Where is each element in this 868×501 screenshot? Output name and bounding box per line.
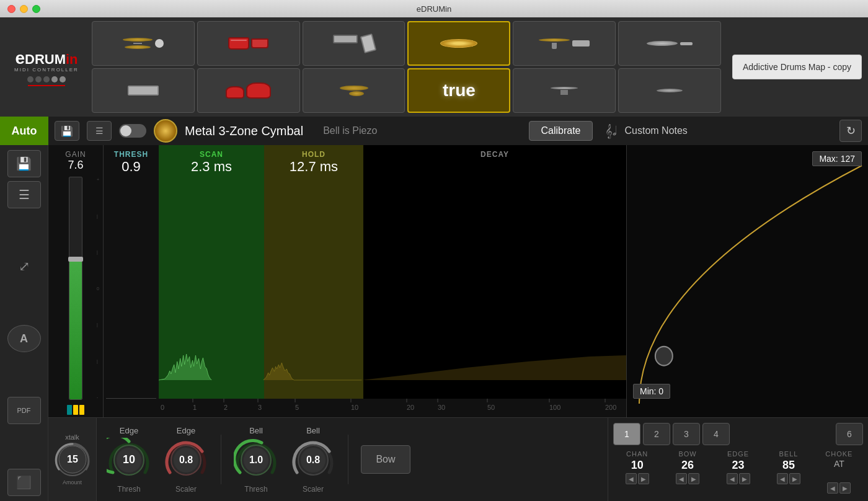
bell-scaler-zone-label: Bell	[306, 426, 320, 435]
gain-slider[interactable]: + | | 0 | | -	[69, 177, 82, 400]
edge-up-btn[interactable]: ▶	[739, 473, 750, 484]
sidebar-list-btn[interactable]: ☰	[7, 181, 41, 208]
close-button[interactable]	[7, 5, 16, 13]
waveform-svg	[159, 324, 626, 380]
scan-label: SCAN	[200, 150, 223, 159]
channel-btn-6[interactable]: 6	[836, 423, 863, 445]
instrument-btn-hihat[interactable]	[92, 21, 195, 66]
instrument-btn-cymbal-gold[interactable]	[407, 21, 510, 66]
custom-notes-label: Custom Notes	[625, 125, 688, 136]
channel-btn-1[interactable]: 1	[613, 423, 640, 445]
edge-thresh-param-label: Thresh	[117, 485, 140, 494]
midi-chan-col: CHAN 10 ◀ ▶	[613, 450, 661, 494]
sidebar-save-btn[interactable]: 💾	[7, 150, 41, 177]
channel-btn-2[interactable]: 2	[643, 423, 670, 445]
choke-down-btn[interactable]: ◀	[827, 482, 838, 494]
hold-label: HOLD	[302, 150, 326, 159]
channel-row: 1 2 3 4 6	[613, 423, 863, 445]
choke-label: CHOKE	[825, 450, 852, 458]
chan-value: 10	[631, 459, 644, 472]
left-sidebar: 💾 ☰ ⤢ A PDF ⬛	[0, 145, 48, 501]
svg-text:50: 50	[487, 404, 495, 411]
move-icon[interactable]: ⤢	[7, 253, 41, 280]
choke-up-btn[interactable]: ▶	[839, 482, 851, 494]
bell-arrows: ◀ ▶	[777, 473, 800, 484]
instrument-btn-tomset[interactable]	[197, 68, 300, 113]
sidebar-a-btn[interactable]: A	[7, 325, 41, 352]
chan-arrows: ◀ ▶	[626, 473, 649, 484]
bow-arrows: ◀ ▶	[676, 473, 699, 484]
instrument-name-label: Metal 3-Zone Cymbal	[185, 124, 303, 138]
edge-scaler-zone-label: Edge	[177, 426, 195, 435]
midi-area: 1 2 3 4 6 CHAN 10 ◀	[608, 418, 868, 501]
gain-column: GAIN 7.6 + | | 0 | | -	[48, 145, 103, 417]
bell-down-btn[interactable]: ◀	[777, 473, 788, 484]
cymbal-icon-small	[154, 119, 177, 143]
bow-up-btn[interactable]: ▶	[688, 473, 699, 484]
controls-row: Edge 10 Thresh	[97, 418, 608, 501]
bow-value: 26	[681, 459, 694, 472]
edge-down-btn[interactable]: ◀	[727, 473, 738, 484]
sidebar-pdf-btn[interactable]: PDF	[7, 397, 41, 424]
edge-thresh-zone-label: Edge	[120, 426, 138, 435]
svg-text:0.8: 0.8	[306, 454, 320, 465]
bell-up-btn[interactable]: ▶	[789, 473, 800, 484]
minimize-button[interactable]	[20, 5, 28, 13]
instrument-grid: true	[92, 21, 721, 113]
svg-text:10: 10	[123, 453, 135, 466]
bell-scaler-knob[interactable]: 0.8	[291, 438, 335, 482]
instrument-btn-ride[interactable]	[513, 21, 616, 66]
refresh-button[interactable]: ↻	[839, 120, 862, 142]
logo-in: in	[66, 51, 78, 68]
timeline-svg: 0 1 2 3 5 10 20 30 50 100 200	[159, 399, 626, 417]
instrument-btn-misc2[interactable]	[618, 68, 721, 113]
titlebar: eDRUMin	[0, 0, 868, 17]
list-button[interactable]: ☰	[87, 121, 112, 141]
window-title: eDRUMin	[417, 4, 451, 14]
svg-text:5: 5	[295, 404, 299, 411]
midi-bell-col: BELL 85 ◀ ▶	[764, 450, 812, 494]
instrument-btn-cymbal2[interactable]	[303, 68, 405, 113]
bow-button[interactable]: Bow	[361, 445, 410, 474]
instrument-btn-ride2[interactable]	[513, 68, 616, 113]
mode-inner: 💾 ☰ Metal 3-Zone Cymbal Bell is Piezo Ca…	[48, 117, 868, 145]
edge-arrows: ◀ ▶	[727, 473, 750, 484]
instrument-btn-snare-red[interactable]	[197, 21, 300, 66]
instrument-btn-snare-plain[interactable]	[303, 21, 405, 66]
edge-thresh-knob[interactable]: 10	[107, 438, 151, 482]
chan-up-btn[interactable]: ▶	[638, 473, 649, 484]
choke-sublabel: AT	[834, 459, 844, 469]
instrument-btn-misc[interactable]	[618, 21, 721, 66]
viz-area: GAIN 7.6 + | | 0 | | -	[48, 145, 868, 501]
preset-button[interactable]: Addictive Drums Map - copy	[732, 55, 862, 79]
bow-down-btn[interactable]: ◀	[676, 473, 687, 484]
instrument-btn-snare3[interactable]	[92, 68, 195, 113]
midi-choke-col: CHOKE AT ◀ ▶	[815, 450, 863, 494]
svg-rect-23	[627, 145, 868, 417]
edge-value: 23	[732, 459, 745, 472]
midi-values-row: CHAN 10 ◀ ▶ BOW 26 ◀	[613, 450, 863, 494]
content-area: 💾 ☰ ⤢ A PDF ⬛ GAIN 7.6	[0, 145, 868, 501]
chan-down-btn[interactable]: ◀	[626, 473, 637, 484]
channel-btn-3[interactable]: 3	[673, 423, 700, 445]
bell-midi-value: 85	[782, 459, 795, 472]
calibrate-button[interactable]: Calibrate	[529, 121, 592, 141]
zone-toggle[interactable]	[119, 124, 146, 138]
sidebar-chip-btn[interactable]: ⬛	[7, 469, 41, 496]
edge-scaler-knob[interactable]: 0.8	[164, 438, 208, 482]
svg-text:3: 3	[258, 404, 262, 411]
xtalk-knob[interactable]: 15	[54, 441, 91, 478]
bell-thresh-knob[interactable]: 1.0	[234, 438, 278, 482]
channel-btn-4[interactable]: 4	[702, 423, 730, 445]
auto-button[interactable]: Auto	[0, 117, 48, 145]
logo-line	[28, 85, 65, 86]
save-button[interactable]: 💾	[55, 121, 79, 141]
svg-point-24	[655, 347, 673, 366]
instrument-btn-bell[interactable]: true	[407, 68, 510, 113]
svg-text:15: 15	[67, 454, 78, 464]
velocity-curve-svg[interactable]	[627, 145, 868, 417]
timeline-bar: 0 1 2 3 5 10 20 30 50 100 200	[159, 399, 626, 417]
maximize-button[interactable]	[32, 5, 40, 13]
gain-markers	[67, 405, 84, 415]
svg-text:10: 10	[351, 404, 358, 411]
